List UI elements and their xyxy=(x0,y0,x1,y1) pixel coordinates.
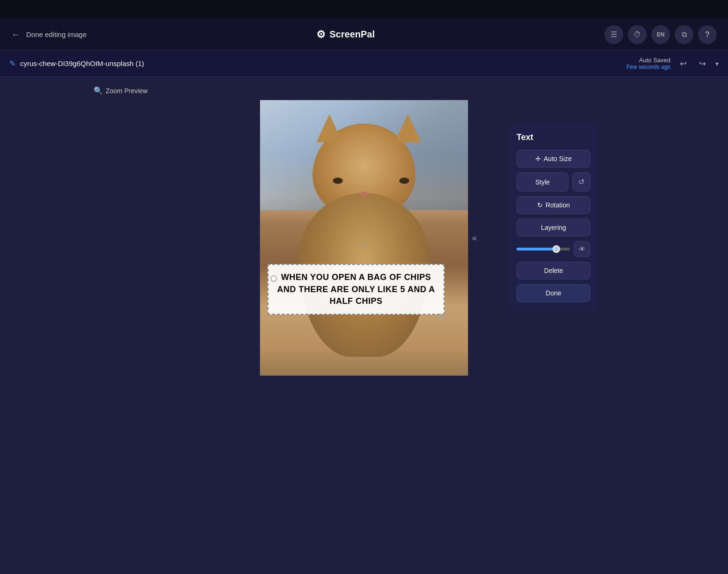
cat-nose xyxy=(360,191,368,196)
style-reset-icon: ↺ xyxy=(578,177,584,186)
layers-icon-btn[interactable]: ⧉ xyxy=(675,25,693,44)
zoom-preview-bar[interactable]: 🔍 Zoom Preview xyxy=(94,86,147,95)
edit-icon: ✎ xyxy=(9,59,15,68)
auto-size-label: Auto Size xyxy=(544,155,572,162)
help-icon-btn[interactable]: ? xyxy=(698,25,717,44)
style-label: Style xyxy=(535,178,550,186)
logo-icon: ⚙ xyxy=(316,29,326,41)
resize-icon: ↗ xyxy=(459,364,464,372)
text-overlay-content: WHEN YOU OPEN A BAG OF CHIPS AND THERE A… xyxy=(277,272,435,307)
back-arrow-icon: ← xyxy=(11,29,21,40)
delete-button[interactable]: Delete xyxy=(517,262,590,280)
cat-ear-right xyxy=(395,114,421,142)
image-canvas: WHEN YOU OPEN A BAG OF CHIPS AND THERE A… xyxy=(260,100,468,376)
rotation-label: Rotation xyxy=(546,201,570,209)
cat-eye-right xyxy=(399,177,409,184)
top-nav: ← Done editing image ⚙ ScreenPal ☰ ⏱ EN … xyxy=(0,19,728,51)
auto-saved-time: Few seconds ago xyxy=(626,64,670,70)
done-label: Done xyxy=(546,289,561,297)
nav-buttons: ☰ ⏱ EN ⧉ ? xyxy=(604,25,717,44)
language-icon-btn[interactable]: EN xyxy=(651,25,670,44)
style-button[interactable]: Style xyxy=(517,172,568,191)
file-title: cyrus-chew-DI39g6QhOIM-unsplash (1) xyxy=(20,59,144,67)
auto-size-icon: ✛ xyxy=(535,155,541,162)
visibility-icon: 👁 xyxy=(579,245,585,253)
text-overlay[interactable]: WHEN YOU OPEN A BAG OF CHIPS AND THERE A… xyxy=(268,264,444,315)
corner-handle-br[interactable] xyxy=(439,314,444,319)
corner-handle-bl[interactable] xyxy=(270,275,277,282)
text-panel: Text ✛ Auto Size Style ↺ ↻ Rotation xyxy=(509,123,598,311)
done-editing-label: Done editing image xyxy=(26,30,87,38)
style-row: Style ↺ xyxy=(517,172,590,191)
rotation-icon: ↻ xyxy=(537,201,543,209)
cat-eye-left xyxy=(333,177,343,184)
subtitle-left: ✎ cyrus-chew-DI39g6QhOIM-unsplash (1) xyxy=(9,59,144,68)
main-content: 🔍 Zoom Preview WHEN YOU OPEN A BA xyxy=(0,77,728,574)
delete-label: Delete xyxy=(544,267,563,274)
auto-saved-label: Auto Saved xyxy=(626,57,670,64)
zoom-preview-label: Zoom Preview xyxy=(106,87,147,95)
panel-title: Text xyxy=(517,132,590,142)
menu-icon-btn[interactable]: ☰ xyxy=(604,25,623,44)
redo-button[interactable]: ↪ xyxy=(696,57,709,71)
slider-thumb xyxy=(553,245,560,253)
side-expand-icon[interactable]: « xyxy=(472,233,477,243)
canvas-wrapper: WHEN YOU OPEN A BAG OF CHIPS AND THERE A… xyxy=(260,100,468,376)
subtitle-bar: ✎ cyrus-chew-DI39g6QhOIM-unsplash (1) Au… xyxy=(0,51,728,77)
dropdown-arrow-icon[interactable]: ▾ xyxy=(715,60,719,67)
logo: ⚙ ScreenPal xyxy=(316,29,375,41)
logo-text: ScreenPal xyxy=(329,29,375,40)
subtitle-right: Auto Saved Few seconds ago ↩ ↪ ▾ xyxy=(626,57,719,71)
layering-button[interactable]: Layering xyxy=(517,219,590,236)
zoom-icon: 🔍 xyxy=(94,86,103,95)
visibility-toggle-button[interactable]: 👁 xyxy=(574,241,590,257)
back-button[interactable]: ← Done editing image xyxy=(11,29,87,40)
rotation-handle-top[interactable]: ↻ xyxy=(361,240,367,249)
opacity-row: 👁 xyxy=(517,241,590,257)
style-reset-button[interactable]: ↺ xyxy=(572,172,590,191)
done-button[interactable]: Done xyxy=(517,284,590,302)
layering-label: Layering xyxy=(541,224,566,231)
auto-saved-status: Auto Saved Few seconds ago xyxy=(626,57,670,70)
opacity-slider[interactable] xyxy=(517,248,570,250)
rotation-button[interactable]: ↻ Rotation xyxy=(517,196,590,214)
window-chrome-top xyxy=(0,0,728,19)
auto-size-button[interactable]: ✛ Auto Size xyxy=(517,150,590,168)
undo-button[interactable]: ↩ xyxy=(677,57,690,71)
cat-ear-left xyxy=(316,114,342,142)
history-icon-btn[interactable]: ⏱ xyxy=(628,25,647,44)
